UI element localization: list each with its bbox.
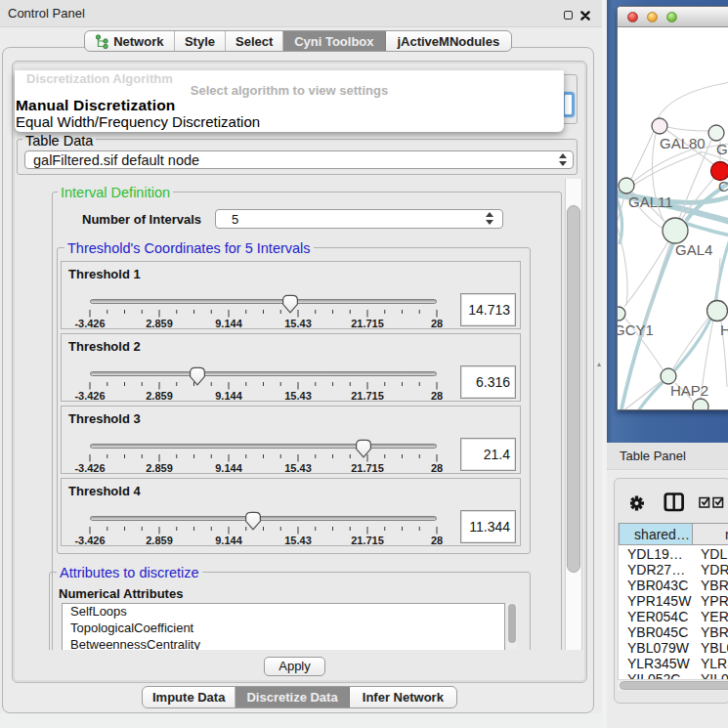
svg-text:GA: GA — [716, 141, 728, 157]
svg-text:HAP2: HAP2 — [670, 382, 708, 399]
svg-text:GAL80: GAL80 — [660, 135, 706, 151]
svg-text:HI: HI — [720, 321, 728, 338]
svg-text:GAL11: GAL11 — [628, 193, 673, 210]
svg-text:GAL4: GAL4 — [675, 241, 712, 258]
svg-text:CD: CD — [718, 178, 728, 194]
svg-text:GCY1: GCY1 — [618, 321, 654, 338]
